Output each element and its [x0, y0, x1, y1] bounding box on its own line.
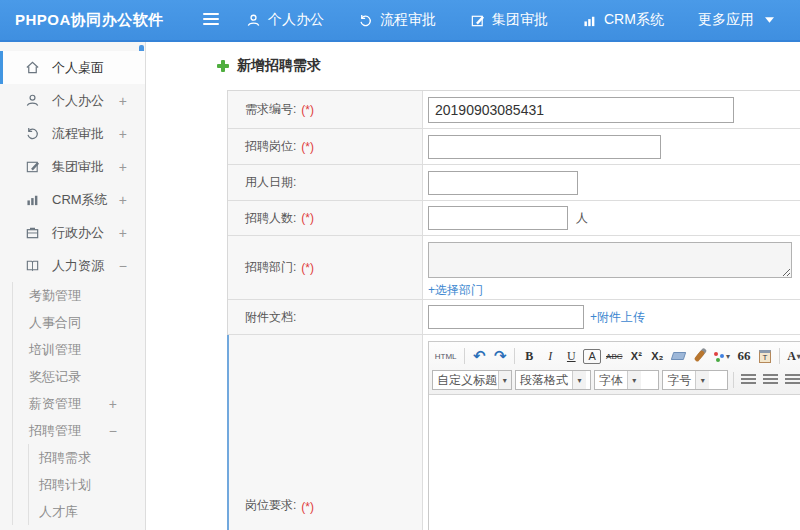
editor-toolbar-row-2: 自定义标题 ▾ 段落格式 ▾ 字体 ▾ [432, 368, 800, 392]
user-icon [25, 93, 40, 108]
form-row-department: 招聘部门: (*) +选择部门 [228, 236, 800, 300]
nav-label: 个人办公 [268, 11, 324, 29]
html-source-button[interactable]: HTML [432, 347, 459, 366]
font-border-button[interactable]: A [583, 349, 601, 364]
hire-date-input[interactable] [428, 171, 578, 195]
sidebar-menu: 个人桌面 个人办公 + 流程审批 + 集团审批 [0, 42, 145, 525]
strikethrough-button[interactable]: ABC [604, 347, 624, 366]
expand-toggle[interactable]: + [119, 159, 127, 175]
field-label: 招聘岗位: [245, 138, 296, 155]
sidebar-item-workflow-approval[interactable]: 流程审批 + [0, 117, 145, 150]
required-marker: (*) [301, 103, 314, 117]
field-label: 用人日期: [245, 174, 296, 191]
font-color-button[interactable]: A▾ [785, 347, 800, 366]
undo-icon[interactable]: ↶ [470, 347, 488, 366]
align-right-button[interactable] [785, 374, 800, 386]
chevron-down-icon: ▾ [572, 371, 586, 389]
editor-content-area[interactable] [429, 395, 800, 530]
sidebar-subitem-attendance[interactable]: 考勤管理 [13, 282, 145, 309]
field-value-cell: HTML ↶ ↷ B I U A ABC X² [423, 335, 800, 530]
font-size-select[interactable]: 字号 ▾ [662, 370, 728, 390]
field-label: 附件文档: [245, 309, 296, 326]
expand-toggle[interactable]: + [109, 396, 117, 412]
sidebar-subitem-salary[interactable]: 薪资管理 + [13, 390, 145, 417]
field-label-cell: 招聘部门: (*) [228, 236, 423, 299]
sidebar-item-label: 薪资管理 [29, 395, 81, 413]
expand-toggle[interactable]: − [119, 258, 127, 274]
nav-crm-system[interactable]: CRM系统 [582, 11, 664, 29]
sidebar-subitem-rewards[interactable]: 奖惩记录 [13, 363, 145, 390]
bold-button[interactable]: B [520, 347, 538, 366]
sidebar: 个人桌面 个人办公 + 流程审批 + 集团审批 [0, 42, 146, 530]
app-logo[interactable]: PHPOA协同办公软件 [15, 0, 164, 40]
sidebar-subitem-hr-contract[interactable]: 人事合同 [13, 309, 145, 336]
editor-toolbar: HTML ↶ ↷ B I U A ABC X² [429, 342, 800, 395]
nav-group-approval[interactable]: 集团审批 [470, 11, 548, 29]
attachment-input[interactable] [428, 305, 584, 329]
field-label-cell: 附件文档: [228, 300, 423, 334]
toolbar-separator [779, 348, 780, 364]
book-icon [25, 258, 40, 273]
department-textarea[interactable] [428, 242, 792, 278]
sidebar-item-admin-office[interactable]: 行政办公 + [0, 216, 145, 249]
paste-icon[interactable]: T [756, 347, 774, 366]
sidebar-item-label: 集团审批 [52, 158, 104, 176]
field-label: 岗位要求: [245, 497, 296, 514]
expand-toggle[interactable]: + [119, 225, 127, 241]
sidebar-subitem-recruit-plan[interactable]: 招聘计划 [29, 471, 145, 498]
underline-button[interactable]: U [562, 347, 580, 366]
color-dabs-icon[interactable]: ▾ [711, 347, 732, 366]
font-family-select[interactable]: 字体 ▾ [594, 370, 660, 390]
redo-icon[interactable]: ↷ [491, 347, 509, 366]
sidebar-subitem-recruit-demand[interactable]: 招聘需求 [29, 444, 145, 471]
align-left-button[interactable] [741, 374, 756, 386]
italic-button[interactable]: I [541, 347, 559, 366]
headcount-input[interactable] [428, 206, 568, 230]
subscript-button[interactable]: X₂ [648, 347, 666, 366]
field-value-cell [423, 129, 800, 164]
nav-workflow-approval[interactable]: 流程审批 [358, 11, 436, 29]
align-center-button[interactable] [763, 374, 778, 386]
expand-toggle[interactable]: + [119, 93, 127, 109]
sidebar-item-crm[interactable]: CRM系统 + [0, 183, 145, 216]
select-value: 字体 [595, 372, 627, 389]
toolbar-separator [514, 348, 515, 364]
paragraph-select[interactable]: 段落格式 ▾ [515, 370, 591, 390]
expand-toggle[interactable]: + [119, 126, 127, 142]
sidebar-item-personal-office[interactable]: 个人办公 + [0, 84, 145, 117]
menu-toggle-icon[interactable] [203, 13, 219, 27]
sidebar-item-label: 培训管理 [29, 341, 81, 359]
attachment-upload-link[interactable]: +附件上传 [590, 309, 645, 326]
sidebar-item-hr[interactable]: 人力资源 − [0, 249, 145, 282]
top-navigation: 个人办公 流程审批 集团审批 CRM系统 更多应用 [246, 0, 774, 40]
sidebar-subitem-recruit-mgmt[interactable]: 招聘管理 − [13, 417, 145, 444]
expand-toggle[interactable]: + [119, 192, 127, 208]
sidebar-item-label: 奖惩记录 [29, 368, 81, 386]
hr-submenu: 考勤管理 人事合同 培训管理 奖惩记录 薪资管理 + 招聘管理 − [12, 282, 145, 525]
blockquote-button[interactable]: 66 [735, 347, 753, 366]
sidebar-item-label: 流程审批 [52, 125, 104, 143]
superscript-button[interactable]: X² [627, 347, 645, 366]
sidebar-item-group-approval[interactable]: 集团审批 + [0, 150, 145, 183]
required-marker: (*) [301, 500, 314, 514]
sidebar-item-label: 招聘计划 [39, 476, 91, 494]
history-icon [25, 126, 40, 141]
sidebar-subitem-talent-pool[interactable]: 人才库 [29, 498, 145, 525]
nav-personal-office[interactable]: 个人办公 [246, 11, 324, 29]
field-label-cell: 需求编号: (*) [228, 91, 423, 128]
position-input[interactable] [428, 135, 661, 159]
add-icon [217, 60, 229, 72]
heading-select[interactable]: 自定义标题 ▾ [432, 370, 512, 390]
eraser-icon[interactable] [669, 347, 687, 366]
nav-more-apps[interactable]: 更多应用 [698, 11, 774, 29]
sidebar-item-label: 考勤管理 [29, 287, 81, 305]
sidebar-subitem-training[interactable]: 培训管理 [13, 336, 145, 363]
expand-toggle[interactable]: − [109, 423, 117, 439]
sidebar-item-desktop[interactable]: 个人桌面 [0, 51, 145, 84]
nav-label: 流程审批 [380, 11, 436, 29]
field-label-cell: 招聘人数: (*) [228, 201, 423, 235]
app-window: PHPOA协同办公软件 个人办公 流程审批 集团审批 [0, 0, 800, 530]
demand-no-input[interactable] [428, 97, 734, 123]
select-department-link[interactable]: +选择部门 [428, 282, 483, 299]
format-painter-icon[interactable] [690, 347, 708, 366]
